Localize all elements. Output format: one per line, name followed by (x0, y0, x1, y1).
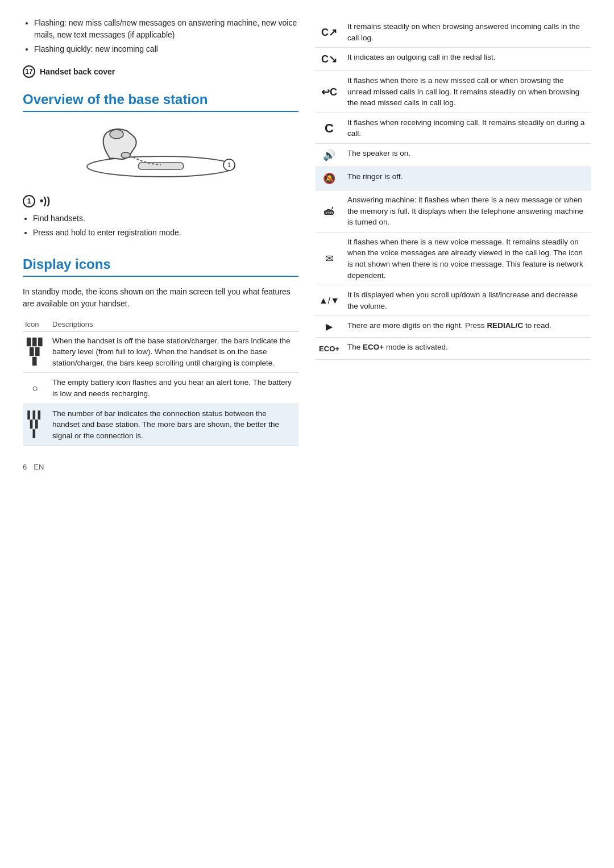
row-icon: ▶ (316, 316, 345, 338)
row-description: The empty battery icon flashes and you h… (50, 373, 298, 404)
row-description: There are more digits on the right. Pres… (345, 316, 591, 338)
ringer-off-icon: 🔕 (323, 173, 335, 184)
table-row: 🔊 The speaker is on. (316, 144, 591, 167)
intro-bullet-list: Flashing: new miss calls/new messages on… (23, 17, 298, 55)
col-desc-header: Descriptions (50, 318, 298, 331)
table-row: 📾 Answering machine: it flashes when the… (316, 190, 591, 232)
answering-machine-icon: 📾 (324, 206, 334, 217)
row-description: When the handset is off the base station… (50, 331, 298, 373)
intro-bullet-2: Flashing quickly: new incoming call (34, 43, 298, 55)
table-row: ▊▊▊▊▊▊ When the handset is off the base … (23, 331, 298, 373)
table-row: ○ The empty battery icon flashes and you… (23, 373, 298, 404)
page-number: 6 (23, 463, 27, 471)
svg-text:1: 1 (227, 161, 230, 168)
row-icon: ↩C (316, 71, 345, 113)
display-icons-section: Display icons In standby mode, the icons… (23, 256, 298, 446)
row-icon: ▲/▼ (316, 285, 345, 316)
outgoing-call-icon: C↘ (321, 53, 337, 65)
row-icon: 🔕 (316, 167, 345, 190)
row-description: The ECO+ mode is activated. (345, 338, 591, 359)
row-description: It flashes when there is a new missed ca… (345, 71, 591, 113)
svg-point-2 (110, 130, 123, 139)
base-item-icon: •)) (40, 195, 50, 207)
row-icon: ECO+ (316, 338, 345, 359)
battery-icon: ▊▊▊▊▊▊ (25, 338, 45, 367)
left-column: Flashing: new miss calls/new messages on… (23, 17, 298, 446)
row-description: It is displayed when you scroll up/down … (345, 285, 591, 316)
base-feature-item: 1 •)) (23, 195, 298, 207)
page-footer: 6 EN (23, 463, 591, 471)
table-row: 🔕 The ringer is off. (316, 167, 591, 190)
table-row: ▲/▼ It is displayed when you scroll up/d… (316, 285, 591, 316)
intro-bullet-1: Flashing: new miss calls/new messages on… (34, 17, 298, 41)
col-icon-header: Icon (23, 318, 50, 331)
row-icon: ▌▌▌▌▌▌ (23, 404, 50, 446)
eco-plus-icon: ECO+ (319, 344, 339, 353)
display-icons-title: Display icons (23, 256, 298, 277)
table-row: ✉ It flashes when there is a new voice m… (316, 232, 591, 285)
handset-label: Handset back cover (40, 67, 115, 76)
row-description: It flashes when there is a new voice mes… (345, 232, 591, 285)
right-column: C↗ It remains steadily on when browsing … (316, 17, 591, 446)
table-row: ↩C It flashes when there is a new missed… (316, 71, 591, 113)
row-icon: 📾 (316, 190, 345, 232)
voicemail-icon: ✉ (325, 253, 334, 264)
base-item-number: 1 (23, 195, 35, 207)
row-icon: 🔊 (316, 144, 345, 167)
table-row: C↘ It indicates an outgoing call in the … (316, 48, 591, 71)
row-icon: C (316, 113, 345, 143)
base-item-bullets: Find handsets. Press and hold to enter r… (23, 212, 298, 239)
row-icon: ▊▊▊▊▊▊ (23, 331, 50, 373)
right-arrow-icon: ▶ (326, 322, 333, 331)
base-bullet-1: Find handsets. (33, 212, 298, 225)
row-description: Answering machine: it flashes when there… (345, 190, 591, 232)
base-bullet-2: Press and hold to enter registration mod… (33, 226, 298, 239)
svg-rect-1 (138, 163, 184, 169)
incoming-call-icon: C (325, 121, 334, 135)
handset-number: 17 (23, 65, 35, 78)
row-icon: ✉ (316, 232, 345, 285)
table-row: ECO+ The ECO+ mode is activated. (316, 338, 591, 359)
missed-call-icon: ↩C (321, 86, 337, 98)
scroll-arrow-icon: ▲/▼ (319, 296, 339, 305)
table-row: C It flashes when receiving incoming cal… (316, 113, 591, 143)
row-description: The ringer is off. (345, 167, 591, 190)
row-icon: ○ (23, 373, 50, 404)
svg-point-3 (121, 152, 130, 158)
signal-icon: ▌▌▌▌▌▌ (25, 410, 45, 439)
section-title-base-station: Overview of the base station (23, 92, 298, 112)
row-icon: C↗ (316, 17, 345, 48)
answered-call-icon: C↗ (321, 27, 337, 38)
table-row: ▌▌▌▌▌▌ The number of bar indicates the c… (23, 404, 298, 446)
handset-back-cover-label: 17 Handset back cover (23, 65, 298, 78)
speaker-icon: 🔊 (323, 149, 335, 161)
row-description: It indicates an outgoing call in the red… (345, 48, 591, 71)
right-icons-table: C↗ It remains steadily on when browsing … (316, 17, 591, 360)
table-row: ▶ There are more digits on the right. Pr… (316, 316, 591, 338)
display-icons-table: Icon Descriptions ▊▊▊▊▊▊ When the handse… (23, 318, 298, 446)
row-description: It flashes when receiving incoming call.… (345, 113, 591, 143)
row-description: The number of bar indicates the connecti… (50, 404, 298, 446)
base-station-image: 1 (70, 121, 252, 184)
row-description: The speaker is on. (345, 144, 591, 167)
page-language: EN (34, 463, 44, 471)
empty-battery-icon: ○ (32, 383, 39, 394)
table-row: C↗ It remains steadily on when browsing … (316, 17, 591, 48)
row-icon: C↘ (316, 48, 345, 71)
display-icons-intro: In standby mode, the icons shown on the … (23, 286, 298, 310)
row-description: It remains steadily on when browsing ans… (345, 17, 591, 48)
